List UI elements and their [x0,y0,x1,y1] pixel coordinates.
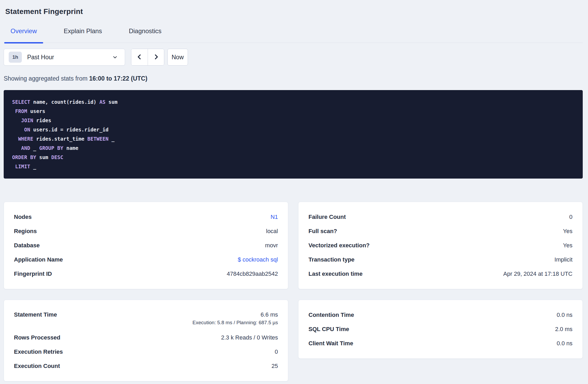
row-value: 0.0 ns [557,312,572,318]
card-row: Last execution timeApr 29, 2024 at 17:18… [308,267,572,281]
card-row: Rows Processed2.3 k Reads / 0 Writes [14,331,278,345]
chevron-down-icon [112,54,118,60]
sql-line: AND _ GROUP BY name [12,144,574,153]
time-range-badge: 1h [9,52,22,63]
card-row: Application Name$ cockroach sql [14,253,278,267]
prev-interval-button[interactable] [131,49,148,65]
row-value: Yes [563,228,572,235]
sql-line: SELECT name, count(rides.id) AS sum [12,97,574,107]
row-value: Implicit [555,256,572,263]
row-value-link[interactable]: N1 [271,214,278,220]
tab-overview[interactable]: Overview [4,27,43,43]
page-title: Statement Fingerprint [5,7,583,16]
stats-summary: Showing aggregated stats from 16:00 to 1… [4,75,583,82]
row-label: Statement Time [14,311,57,318]
row-value: Apr 29, 2024 at 17:18 UTC [503,270,572,277]
card-row: Contention Time0.0 ns [308,308,572,322]
row-label: Transaction type [308,256,355,263]
card-row: SQL CPU Time2.0 ms [308,322,572,336]
row-value: movr [265,242,278,249]
sql-line: JOIN rides [12,116,574,125]
row-label: Application Name [14,256,63,263]
row-label: Failure Count [308,214,346,220]
card-row: Transaction typeImplicit [308,253,572,267]
row-label: Nodes [14,214,32,220]
sql-statement-box: SELECT name, count(rides.id) AS sum FROM… [4,90,583,179]
row-label: Regions [14,228,37,235]
card-row: Full scan?Yes [308,224,572,238]
card-row: Execution Count25 [14,359,278,373]
time-step-buttons [131,49,164,66]
metadata-card: NodesN1RegionslocalDatabasemovrApplicati… [4,202,288,289]
tab-bar: OverviewExplain PlansDiagnostics [4,27,583,43]
row-label: Contention Time [308,312,354,318]
row-subvalue: Execution: 5.8 ms / Planning: 687.5 µs [192,320,278,326]
row-label: Database [14,242,40,249]
card-row: Regionslocal [14,224,278,238]
row-value: 0.0 ns [557,340,572,347]
card-row: Failure Count0 [308,210,572,224]
row-value: 25 [272,363,278,370]
sql-line: FROM users [12,107,574,116]
row-label: Rows Processed [14,334,60,341]
row-value: 0 [569,214,572,220]
sql-line: ON users.id = rides.rider_id [12,125,574,134]
wait-time-card: Contention Time0.0 nsSQL CPU Time2.0 msC… [298,300,583,359]
card-row: Statement Time6.6 msExecution: 5.8 ms / … [14,308,278,331]
card-row: Fingerprint ID4784cb829aab2542 [14,267,278,281]
card-row: NodesN1 [14,210,278,224]
chevron-left-icon [136,53,143,61]
cards-row-top: NodesN1RegionslocalDatabasemovrApplicati… [4,202,583,289]
statement-time-card: Statement Time6.6 msExecution: 5.8 ms / … [4,300,288,381]
row-value: 0 [275,348,278,355]
stats-summary-range: 16:00 to 17:22 (UTC) [89,75,147,82]
tab-diagnostics[interactable]: Diagnostics [122,27,168,43]
now-button[interactable]: Now [167,49,188,66]
row-value: 2.3 k Reads / 0 Writes [221,334,278,341]
card-row: Databasemovr [14,238,278,253]
card-row: Execution Retries0 [14,345,278,359]
row-value: 2.0 ms [555,326,572,333]
time-range-label: Past Hour [27,54,54,61]
execution-attributes-card: Failure Count0Full scan?YesVectorized ex… [298,202,583,289]
sql-line: LIMIT _ [12,162,574,171]
statement-fingerprint-page: Statement Fingerprint OverviewExplain Pl… [0,7,588,384]
cards-row-bottom: Statement Time6.6 msExecution: 5.8 ms / … [4,300,583,381]
row-label: Full scan? [308,228,337,235]
tab-explain-plans[interactable]: Explain Plans [57,27,108,43]
row-value: local [266,228,278,235]
time-range-select[interactable]: 1h Past Hour [4,49,125,66]
row-label: Fingerprint ID [14,270,52,277]
row-label: Last execution time [308,270,362,277]
card-row: Client Wait Time0.0 ns [308,336,572,351]
row-value-link[interactable]: $ cockroach sql [238,256,278,263]
row-value: Yes [563,242,572,249]
row-label: Execution Retries [14,348,63,355]
row-label: Client Wait Time [308,340,353,347]
row-label: SQL CPU Time [308,326,349,333]
row-label: Execution Count [14,363,60,370]
time-picker-row: 1h Past Hour Now [4,49,583,66]
row-label: Vectorized execution? [308,242,370,249]
next-interval-button[interactable] [148,49,164,65]
stats-summary-prefix: Showing aggregated stats from [4,75,89,82]
card-row: Vectorized execution?Yes [308,238,572,253]
row-value: 6.6 ms [192,311,278,318]
sql-line: WHERE rides.start_time BETWEEN _ [12,134,574,144]
chevron-right-icon [153,53,160,61]
row-value: 4784cb829aab2542 [227,270,278,277]
sql-line: ORDER BY sum DESC [12,153,574,162]
